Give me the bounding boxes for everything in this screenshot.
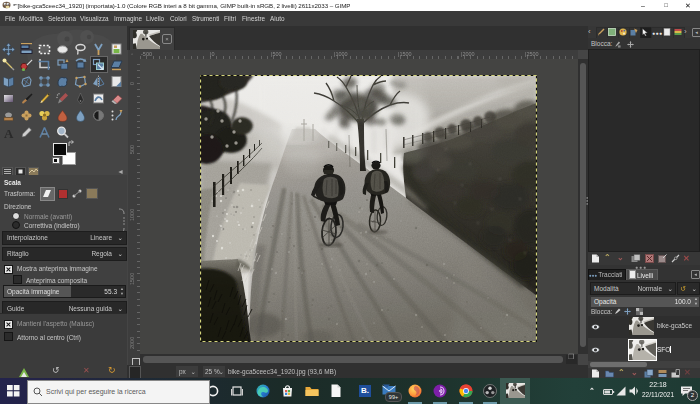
svg-text:A: A: [4, 126, 14, 139]
